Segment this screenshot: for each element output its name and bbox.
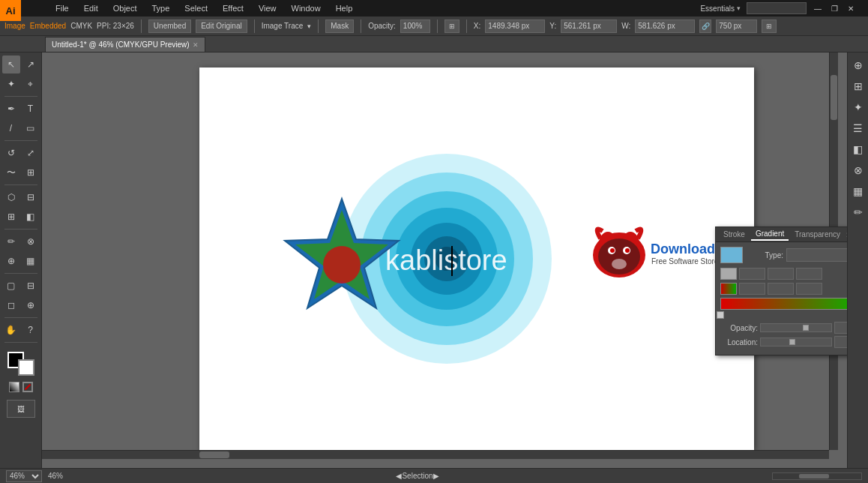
panel-icon-6[interactable]: ⊗ (850, 162, 867, 178)
zoom-indicator: 46% 25% 50% 100% (6, 470, 42, 482)
rectangle-tool[interactable]: ▭ (22, 119, 40, 137)
lasso-tool[interactable]: ⌖ (22, 75, 40, 93)
rotate-tool[interactable]: ↺ (2, 144, 20, 162)
eraser-tool[interactable]: ◻ (2, 296, 20, 314)
color-field-2[interactable] (768, 283, 794, 295)
panel-icon-2[interactable]: ⊞ (850, 78, 867, 94)
link-icon[interactable]: 🔗 (699, 20, 711, 33)
minimize-button[interactable]: — (813, 3, 823, 14)
selection-tool[interactable]: ↖ (2, 56, 20, 74)
eyedropper-tool[interactable]: ✏ (2, 232, 20, 250)
panel-icon-3[interactable]: ✦ (850, 99, 867, 116)
stroke-field-1[interactable] (739, 268, 765, 280)
menu-select[interactable]: Select (181, 2, 211, 14)
type-tool[interactable]: T (22, 100, 40, 118)
menu-help[interactable]: Help (333, 2, 356, 14)
app-logo: Ai (0, 0, 21, 21)
scroll-indicator[interactable] (772, 472, 862, 480)
hand-tool[interactable]: ✋ (2, 321, 20, 339)
color-field-1[interactable] (739, 283, 765, 295)
slice-tool[interactable]: ⊟ (22, 277, 40, 295)
gradient-tool[interactable]: ◧ (22, 208, 40, 226)
stroke-swatch-1[interactable] (720, 268, 737, 280)
panel-icon-4[interactable]: ☰ (850, 120, 867, 136)
h-value-input[interactable] (716, 20, 757, 33)
zoom-tool[interactable]: ⊕ (22, 296, 40, 314)
gradient-bar[interactable] (720, 298, 847, 310)
unembed-button[interactable]: Unembed (148, 20, 191, 33)
gradient-preview[interactable] (720, 247, 743, 263)
panel-expand-icon[interactable]: ≫ (846, 231, 847, 238)
help-tool[interactable]: ? (22, 321, 40, 339)
mesh-tool[interactable]: ⊞ (2, 208, 20, 226)
scale-tool[interactable]: ⤢ (22, 144, 40, 162)
free-transform-tool[interactable]: ⊞ (22, 164, 40, 182)
panel-icon-7[interactable]: ▦ (850, 183, 867, 200)
menu-window[interactable]: Window (289, 2, 324, 14)
color-field-3[interactable] (796, 283, 822, 295)
document-tab[interactable]: Untitled-1* @ 46% (CMYK/GPU Preview) ✕ (45, 37, 205, 52)
workspace-switcher[interactable]: Essentials ▾ (700, 4, 741, 13)
gradient-swatch-small[interactable] (720, 283, 737, 295)
gradient-panel-tab[interactable]: Gradient (751, 228, 789, 241)
panel-icon-5[interactable]: ◧ (850, 141, 867, 158)
tab-close-button[interactable]: ✕ (193, 41, 199, 49)
y-value-input[interactable] (561, 20, 617, 33)
background-color[interactable] (18, 359, 34, 376)
blend-tool[interactable]: ⊗ (22, 232, 40, 250)
svg-point-11 (323, 246, 361, 284)
magic-wand-tool[interactable]: ✦ (2, 75, 20, 93)
opacity-thumb[interactable] (803, 325, 809, 331)
menu-effect[interactable]: Effect (220, 2, 247, 14)
menu-bar: File Edit Object Type Select Effect View… (52, 2, 355, 14)
mask-button[interactable]: Mask (325, 20, 354, 33)
menu-edit[interactable]: Edit (81, 2, 101, 14)
gradient-type-select[interactable]: Linear Radial (786, 248, 847, 262)
next-page-icon[interactable]: ▶ (433, 472, 439, 480)
restore-button[interactable]: ❐ (829, 3, 840, 14)
gradient-stop-left[interactable] (717, 311, 724, 319)
direct-selection-tool[interactable]: ↗ (22, 56, 40, 74)
location-thumb[interactable] (789, 339, 795, 345)
align-icon[interactable]: ⊞ (762, 20, 777, 33)
zoom-select[interactable]: 46% 25% 50% 100% (6, 470, 42, 482)
x-value-input[interactable] (485, 20, 545, 33)
column-graph-tool[interactable]: ▦ (22, 252, 40, 270)
h-scrollbar[interactable] (42, 450, 829, 459)
canvas-area[interactable]: kablistore (42, 52, 847, 468)
warp-tool[interactable]: 〜 (2, 164, 20, 182)
menu-file[interactable]: File (52, 2, 72, 14)
stroke-field-3[interactable] (796, 268, 822, 280)
gradient-swatch[interactable] (9, 382, 19, 392)
separator2 (254, 20, 255, 33)
w-value-input[interactable] (635, 20, 695, 33)
artboard-tool[interactable]: ▢ (2, 277, 20, 295)
menu-type[interactable]: Type (149, 2, 173, 14)
pen-tool[interactable]: ✒ (2, 100, 20, 118)
panel-icon-8[interactable]: ✏ (850, 204, 867, 220)
menu-object[interactable]: Object (110, 2, 140, 14)
tool-row-3: ✒ T (2, 100, 40, 118)
perspective-tool[interactable]: ⊟ (22, 188, 40, 206)
location-slider[interactable] (760, 338, 832, 346)
transform-icon[interactable]: ⊞ (444, 20, 459, 33)
menu-view[interactable]: View (256, 2, 280, 14)
opacity-slider[interactable] (760, 323, 832, 332)
print-button[interactable]: 🖼 (7, 400, 35, 418)
location-value-input[interactable] (834, 336, 847, 348)
search-input[interactable] (747, 2, 807, 14)
transparency-panel-tab[interactable]: Transparency (790, 229, 845, 240)
line-tool[interactable]: / (2, 119, 20, 137)
none-swatch[interactable] (22, 382, 33, 392)
opacity-input[interactable] (400, 20, 430, 33)
close-button[interactable]: ✕ (846, 3, 856, 14)
prev-page-icon[interactable]: ◀ (396, 472, 402, 480)
shape-builder-tool[interactable]: ⬡ (2, 188, 20, 206)
edit-original-button[interactable]: Edit Original (196, 20, 247, 33)
stroke-field-2[interactable] (768, 268, 794, 280)
stroke-panel-tab[interactable]: Stroke (719, 229, 750, 240)
tool-row-2: ✦ ⌖ (2, 75, 40, 93)
opacity-value-input[interactable] (834, 322, 847, 334)
panel-icon-1[interactable]: ⊕ (850, 57, 867, 74)
symbol-sprayer-tool[interactable]: ⊕ (2, 252, 20, 270)
